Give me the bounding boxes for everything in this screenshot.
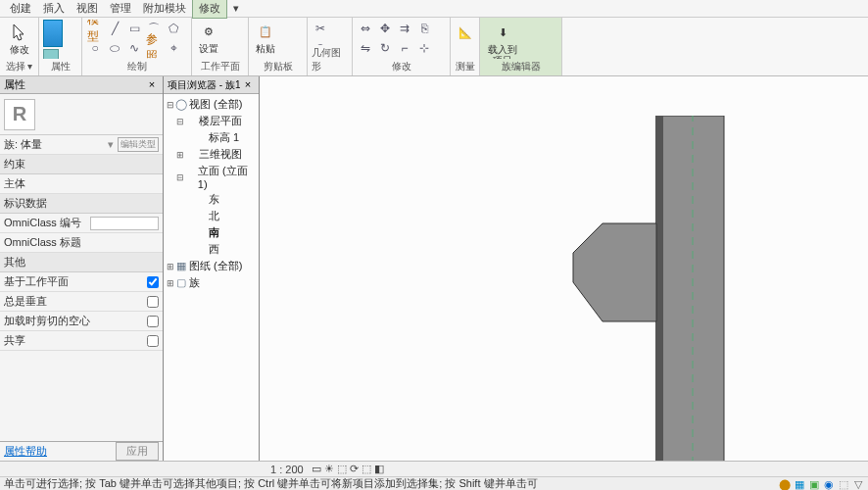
properties-button[interactable] [43,20,63,47]
measure-icon: 📐 [454,21,477,44]
tree-toggle-icon[interactable]: ⊞ [166,262,175,271]
system-tray-icons: ⬤ ▦ ▣ ◉ ⬚ ▽ [779,478,864,490]
properties-close-icon[interactable]: × [145,78,159,92]
menu-create[interactable]: 创建 [4,0,37,18]
group-label-family-editor: 族编辑器 [502,59,541,74]
align-icon[interactable]: ⇔ [357,20,374,37]
row-workplane-based: 基于工作平面 [0,272,163,292]
tray-icon-2[interactable]: ▦ [794,478,805,490]
drawing-canvas[interactable] [260,76,868,461]
tree-node-label: 标高 1 [207,130,239,145]
tray-icon-4[interactable]: ◉ [823,478,835,490]
properties-help-link[interactable]: 属性帮助 [4,444,47,459]
copy-icon[interactable]: ⎘ [415,20,433,37]
always-vertical-checkbox[interactable] [147,296,159,308]
properties-title: 属性 [4,77,25,92]
row-always-vertical: 总是垂直 [0,292,163,312]
shared-checkbox[interactable] [147,335,159,347]
properties-footer: 属性帮助 应用 [0,441,163,461]
paste-button[interactable]: 📋粘贴 [253,20,278,54]
ribbon-group-clipboard: 📋粘贴 剪切 连接 ▾ 剪贴板 [249,18,308,75]
family-types-button[interactable] [43,49,59,59]
tree-node[interactable]: ⊟◯视图 (全部) [166,96,257,113]
geom-cut-icon[interactable]: ✂ [312,20,329,37]
offset-icon[interactable]: ⇉ [396,20,413,37]
mirror-icon[interactable]: ⇋ [357,39,374,57]
tray-filter-icon[interactable]: ▽ [852,478,864,490]
ribbon-group-draw: 模型 ╱ ▭ ⌒ ⬠ ○ ⬭ ∿ 参照 ⌖ ✶ 绘制 [82,18,192,75]
tree-toggle-icon[interactable]: ⊟ [166,100,175,110]
group-identity: 标识数据 [0,194,163,214]
draw-circle-icon[interactable]: ○ [86,39,104,57]
workplane-based-checkbox[interactable] [147,276,159,288]
tree-node-label: 族 [187,275,200,290]
ribbon-group-modify: ⇔ ✥ ⇉ ⎘ ⇋ ↻ ⌐ ⊹ ▦ ⤢ 📌 ✕ 修改 [353,18,451,75]
set-button[interactable]: ⚙设置 [196,20,221,54]
load-into-project-button[interactable]: ⬇载入到 项目 [484,20,521,59]
draw-line-icon[interactable]: ╱ [106,20,123,37]
tree-node[interactable]: ⊞▦图纸 (全部) [166,258,257,274]
tree-node-icon: ▢ [175,276,187,289]
menu-insert[interactable]: 插入 [37,0,71,18]
draw-pick-icon[interactable]: ⌖ [165,39,182,57]
omniclass-number-input[interactable] [90,217,159,230]
modify-tool-button[interactable]: 修改 [4,20,35,56]
tree-node-label: 东 [207,192,219,207]
browser-header: 项目浏览器 - 族1 × [164,76,259,94]
tree-node-label: 三维视图 [197,147,242,162]
apply-button[interactable]: 应用 [116,442,159,461]
scale-label[interactable]: 1 : 200 [270,464,304,475]
tree-node-label: 楼层平面 [197,114,242,128]
properties-header: 属性 × [0,76,163,94]
draw-ellipse-icon[interactable]: ⬭ [106,39,123,57]
group-label-modify: 修改 [392,59,411,74]
split-icon[interactable]: ⊹ [415,39,433,57]
draw-rect-icon[interactable]: ▭ [125,20,143,37]
model-button[interactable]: 模型 [86,20,104,37]
cut-voids-checkbox[interactable] [147,316,159,327]
draw-polygon-icon[interactable]: ⬠ [165,20,182,37]
tree-node[interactable]: 北 [166,208,257,224]
paste-icon: 📋 [254,20,277,43]
tree-node[interactable]: ⊟立面 (立面 1) [166,163,257,191]
tree-toggle-icon[interactable]: ⊞ [166,278,175,288]
tree-node[interactable]: 标高 1 [166,129,257,146]
tree-node[interactable]: 东 [166,191,257,208]
tree-node-label: 南 [207,225,219,240]
group-constraints: 约束 [0,155,163,174]
ref-plane-button[interactable]: 参照 [145,39,163,57]
load-icon: ⬇ [491,21,514,44]
menu-dropdown-icon[interactable]: ▾ [227,0,245,17]
ribbon-group-family-editor: ⬇载入到 项目 ⬇载入到 项目并关闭 族编辑器 [480,18,562,75]
menu-manage[interactable]: 管理 [104,0,137,18]
tree-node[interactable]: ⊞三维视图 [166,146,257,163]
view-control-icons[interactable]: ▭ ☀ ⬚ ⟳ ⬚ ◧ [312,463,384,475]
rotate-icon[interactable]: ↻ [376,39,394,57]
draw-spline-icon[interactable]: ∿ [125,39,143,57]
tree-toggle-icon[interactable]: ⊞ [175,150,185,160]
tray-icon-3[interactable]: ▣ [808,478,820,490]
type-selector-row[interactable]: 族: 体量 ▾ 编辑类型 [0,135,163,155]
type-thumbnail: R [4,99,35,130]
menu-addons[interactable]: 附加模块 [137,0,192,18]
tree-node-label: 北 [207,209,219,223]
trim-icon[interactable]: ⌐ [396,39,413,57]
group-label-clipboard: 剪贴板 [264,59,293,74]
browser-close-icon[interactable]: × [241,78,255,92]
tree-node[interactable]: 西 [166,241,257,258]
tree-node[interactable]: ⊞▢族 [166,274,257,291]
menu-modify[interactable]: 修改 [192,0,227,19]
tree-node-label: 图纸 (全部) [187,259,242,273]
move-icon[interactable]: ✥ [376,20,394,37]
tree-toggle-icon[interactable]: ⊟ [175,172,184,182]
tree-node[interactable]: 南 [166,224,257,241]
tray-icon-5[interactable]: ⬚ [838,478,849,490]
project-browser-panel: 项目浏览器 - 族1 × ⊟◯视图 (全部)⊟楼层平面标高 1⊞三维视图⊟立面 … [164,76,260,461]
edit-type-button[interactable]: 编辑类型 [118,137,159,152]
row-host: 主体 [0,174,163,194]
measure-button[interactable]: 📐 [450,20,481,45]
menu-view[interactable]: 视图 [71,0,104,18]
tray-icon-1[interactable]: ⬤ [779,478,791,490]
tree-node[interactable]: ⊟楼层平面 [166,113,257,129]
tree-toggle-icon[interactable]: ⊟ [175,117,185,126]
